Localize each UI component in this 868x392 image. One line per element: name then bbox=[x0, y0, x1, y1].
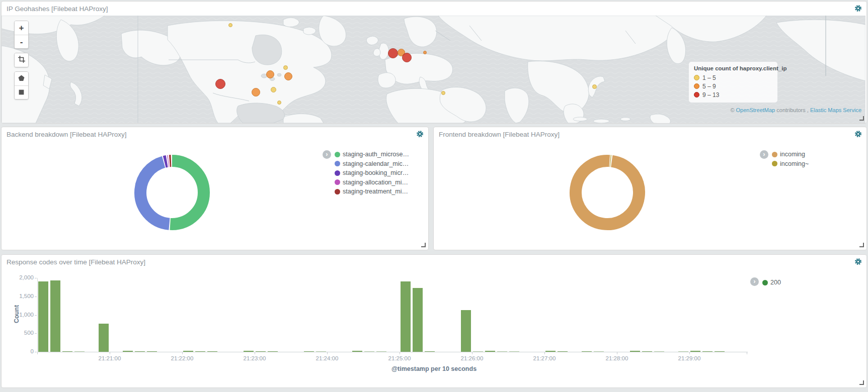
histogram-bar[interactable] bbox=[74, 351, 85, 352]
geo-point[interactable] bbox=[215, 79, 225, 89]
histogram-bar[interactable] bbox=[123, 351, 133, 352]
map-legend-items: 1 – 55 – 99 – 13 bbox=[694, 73, 772, 99]
crop-icon bbox=[18, 56, 25, 63]
legend-item[interactable]: staging-booking_micr… bbox=[335, 168, 409, 178]
panel-resize-handle[interactable] bbox=[859, 116, 864, 121]
panel-title[interactable]: Response codes over time [Filebeat HAPro… bbox=[7, 258, 145, 266]
geo-point[interactable] bbox=[266, 70, 274, 78]
histogram-bar[interactable] bbox=[702, 351, 713, 352]
y-tick-label: 1,000 bbox=[6, 312, 34, 318]
histogram-bar[interactable] bbox=[376, 351, 386, 352]
legend-item[interactable]: staging-treatment_mi… bbox=[335, 187, 409, 197]
gear-icon[interactable] bbox=[853, 130, 862, 139]
gear-icon[interactable] bbox=[415, 130, 424, 139]
legend-item[interactable]: 200 bbox=[762, 278, 781, 287]
legend-expand-arrow[interactable]: › bbox=[760, 150, 768, 159]
histogram-bar[interactable] bbox=[256, 351, 266, 352]
histogram-bar[interactable] bbox=[99, 324, 109, 352]
histogram-bar[interactable] bbox=[135, 351, 145, 352]
draw-polygon-button[interactable] bbox=[15, 72, 28, 85]
panel-title[interactable]: Frontend breakdown [Filebeat HAProxy] bbox=[439, 131, 560, 138]
histogram-bar[interactable] bbox=[413, 288, 423, 352]
geo-point[interactable] bbox=[252, 88, 260, 96]
histogram-bar[interactable] bbox=[594, 351, 604, 352]
legend-item[interactable]: incoming bbox=[772, 150, 809, 159]
histogram-bar[interactable] bbox=[50, 280, 60, 352]
histogram-bar[interactable] bbox=[473, 351, 483, 352]
panel-resize-handle[interactable] bbox=[859, 380, 864, 385]
gear-icon-glyph bbox=[416, 130, 424, 138]
histogram-bar[interactable] bbox=[582, 351, 592, 352]
geo-point[interactable] bbox=[277, 101, 281, 105]
frontend-donut-chart[interactable] bbox=[562, 147, 653, 238]
histogram-bar[interactable] bbox=[183, 351, 193, 352]
histogram-bar[interactable] bbox=[485, 351, 495, 352]
geo-point[interactable] bbox=[402, 53, 412, 62]
map-zoom-out-button[interactable]: - bbox=[15, 35, 28, 48]
histogram-bar[interactable] bbox=[244, 351, 254, 352]
histogram-bar[interactable] bbox=[509, 351, 519, 352]
map-zoom-in-button[interactable]: + bbox=[15, 21, 28, 35]
series-label: staging-treatment_mi… bbox=[343, 188, 408, 195]
bucket-color-dot bbox=[694, 75, 699, 80]
backend-donut-chart[interactable] bbox=[132, 152, 212, 233]
histogram-bar[interactable] bbox=[558, 351, 568, 352]
histogram-bar[interactable] bbox=[678, 351, 688, 352]
pie-slice[interactable] bbox=[572, 157, 643, 228]
histogram-bar[interactable] bbox=[642, 351, 652, 352]
legend-item[interactable]: staging-calendar_mic… bbox=[335, 159, 409, 169]
histogram-bar[interactable] bbox=[654, 351, 664, 352]
world-map[interactable]: + - bbox=[2, 16, 865, 123]
x-tick-label: 21:21:00 bbox=[90, 355, 130, 361]
bucket-range-label: 9 – 13 bbox=[702, 91, 719, 99]
geo-point[interactable] bbox=[423, 51, 427, 54]
gear-icon[interactable] bbox=[853, 5, 862, 14]
panel-resize-handle[interactable] bbox=[859, 243, 864, 247]
histogram-bar[interactable] bbox=[545, 351, 556, 352]
geo-point[interactable] bbox=[441, 91, 445, 95]
series-color-dot bbox=[335, 161, 340, 166]
fit-data-bounds-button[interactable] bbox=[15, 53, 28, 67]
histogram-bar[interactable] bbox=[425, 351, 435, 352]
gear-icon-glyph bbox=[854, 258, 862, 265]
bucket-color-dot bbox=[694, 92, 699, 97]
histogram-bar[interactable] bbox=[147, 351, 157, 352]
histogram-bar[interactable] bbox=[38, 281, 48, 352]
geo-point[interactable] bbox=[228, 23, 232, 27]
attribution-text: contributors , bbox=[775, 107, 810, 113]
histogram-bar[interactable] bbox=[207, 351, 217, 352]
histogram-bar[interactable] bbox=[352, 351, 362, 352]
histogram-bar[interactable] bbox=[401, 281, 411, 352]
legend-expand-arrow[interactable]: › bbox=[750, 277, 759, 286]
elastic-maps-service-link[interactable]: Elastic Maps Service bbox=[810, 107, 861, 113]
panel-title[interactable]: IP Geohashes [Filebeat HAProxy] bbox=[7, 5, 108, 13]
panel-title[interactable]: Backend breakdown [Filebeat HAProxy] bbox=[7, 131, 127, 138]
histogram-bar[interactable] bbox=[268, 351, 278, 352]
geo-point[interactable] bbox=[388, 48, 398, 58]
legend-expand-arrow[interactable]: › bbox=[323, 150, 331, 159]
panel-resize-handle[interactable] bbox=[421, 243, 426, 247]
histogram-bar[interactable] bbox=[316, 351, 326, 352]
geo-point[interactable] bbox=[283, 65, 288, 70]
histogram-bar[interactable] bbox=[497, 351, 507, 352]
legend-item[interactable]: incoming~ bbox=[772, 159, 809, 169]
histogram-bar[interactable] bbox=[715, 351, 725, 352]
x-tick-label: 21:29:00 bbox=[669, 355, 709, 361]
gear-icon[interactable] bbox=[853, 258, 862, 267]
histogram-bar[interactable] bbox=[364, 351, 374, 352]
draw-rectangle-button[interactable] bbox=[15, 85, 28, 99]
histogram-bar[interactable] bbox=[304, 351, 314, 352]
histogram-bar[interactable] bbox=[461, 310, 471, 352]
histogram-bar[interactable] bbox=[630, 351, 640, 352]
legend-item[interactable]: staging-allocation_mi… bbox=[335, 178, 409, 187]
geo-point[interactable] bbox=[592, 84, 597, 89]
geo-point[interactable] bbox=[284, 72, 292, 80]
histogram-bar[interactable] bbox=[195, 351, 205, 352]
legend-item[interactable]: staging-auth_microse… bbox=[335, 150, 409, 159]
map-legend-item: 9 – 13 bbox=[694, 90, 772, 99]
openstreetmap-link[interactable]: OpenStreetMap bbox=[736, 107, 775, 113]
x-tick-mark bbox=[255, 352, 255, 354]
geo-point[interactable] bbox=[271, 87, 276, 92]
histogram-bar[interactable] bbox=[690, 351, 700, 352]
histogram-bar[interactable] bbox=[62, 351, 72, 352]
